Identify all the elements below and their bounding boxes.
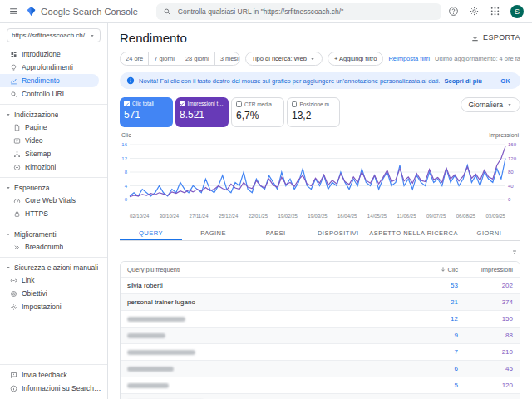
reset-filters-link[interactable]: Reimposta filtri [388,55,430,62]
sidebar-item-video[interactable]: Video [0,134,107,147]
tab-giorni[interactable]: GIORNI [458,225,520,240]
date-range-chip-7-giorni[interactable]: 7 giorni [148,52,180,65]
sidebar-item-pagine[interactable]: Pagine [0,121,107,134]
table-header: Query più frequenti Clic Impressioni [121,262,520,277]
tab-pagine[interactable]: PAGINE [182,225,244,240]
metric-checkbox-ctr[interactable] [236,101,242,107]
date-range-chip-24-ore[interactable]: 24 ore [121,52,148,65]
tab-paesi[interactable]: PAESI [244,225,307,240]
search-type-label: Tipo di ricerca: Web [252,55,307,62]
sidebar-item-breadcrumb[interactable]: Breadcrumb [0,240,107,254]
metric-card-clicks[interactable]: Clic totali571 [120,97,173,127]
x-axis-label: 06/08/25 [456,214,475,219]
metric-card-impressions[interactable]: Impressioni totali8.521 [175,97,229,127]
insights-icon [10,64,17,71]
sidebar-item-rendimento[interactable]: Rendimento [0,74,99,87]
table-row[interactable]: silvia roberti53202 [121,277,520,293]
performance-chart[interactable]: 004048081201216016 [120,141,520,208]
sidebar-section-label: Esperienza [14,184,50,192]
redacted-query-text [127,383,169,388]
search-type-chip[interactable]: Tipo di ricerca: Web [245,52,323,66]
export-button[interactable]: ESPORTA [470,33,520,42]
table-row[interactable]: 495 [121,393,520,399]
table-toolbar [120,241,520,261]
settings-icon[interactable] [469,6,480,17]
sidebar-section-indicizzazione[interactable]: Indicizzazione [0,108,107,121]
sidebar-item-sitemap[interactable]: Sitemap [0,147,107,160]
tab-aspetto-nella-ricerca[interactable]: ASPETTO NELLA RICERCA [369,225,458,240]
sidebar-item-impostazioni[interactable]: Impostazioni [0,300,107,313]
add-filter-label: + Aggiungi filtro [334,55,377,62]
sidebar-item-link[interactable]: Link [0,273,107,287]
help-icon[interactable] [448,6,459,17]
chart-area: Clic Impressioni 004048081201216016 02/1… [120,132,520,219]
sidebar-item-label: Rendimento [22,76,60,85]
sidebar-section-label: Miglioramenti [14,230,57,239]
metric-checkbox-position[interactable] [292,101,297,107]
banner-ok-button[interactable]: OK [497,77,514,85]
dimension-tabs: QUERYPAGINEPAESIDISPOSITIVIASPETTO NELLA… [120,225,520,241]
metric-card-position[interactable]: Posizione media13,2 [287,97,340,127]
sidebar-item-approfondimenti[interactable]: Approfondimenti [0,61,107,74]
table-row[interactable]: 988 [121,327,520,343]
x-axis-label: 19/03/25 [308,214,327,219]
tab-query[interactable]: QUERY [120,225,182,240]
metric-label: Impressioni totali [187,101,224,106]
impressioni-line [130,146,505,197]
x-axis-label: 02/10/24 [130,214,149,219]
sidebar-item-label: Invia feedback [22,371,67,379]
sidebar-divider [0,224,107,224]
table-row[interactable]: 7210 [121,343,520,360]
sidebar-item-invia-feedback[interactable]: Invia feedback [0,368,107,382]
table-row[interactable]: 645 [121,360,520,377]
sidebar-section-esperienza[interactable]: Esperienza [0,181,107,194]
sidebar-item-label: Controllo URL [22,90,66,98]
clicks-value: 12 [410,315,458,323]
sidebar-divider [0,104,107,105]
sidebar-item-core-web-vitals[interactable]: Core Web Vitals [0,194,107,207]
menu-icon[interactable] [8,6,19,17]
metric-card-ctr[interactable]: CTR media6,7% [231,97,284,127]
metric-label: Clic totali [132,101,154,106]
learn-more-link[interactable]: Scopri di più [444,77,481,85]
sidebar-item-https[interactable]: HTTPS [0,207,107,220]
add-filter-chip[interactable]: + Aggiungi filtro [328,52,384,66]
target-icon [10,290,17,298]
table-row[interactable]: 5120 [121,377,520,393]
date-range-chip-3-mesi[interactable]: 3 mesi [214,52,240,65]
granularity-label: Giornaliera [468,101,503,109]
url-inspect-searchbar[interactable] [156,3,441,20]
column-header-impressions[interactable]: Impressioni [458,266,513,273]
sidebar-nav: IntroduzioneApprofondimentiRendimentoCon… [0,47,107,313]
granularity-dropdown[interactable]: Giornaliera [461,97,520,112]
apps-grid-icon[interactable] [490,6,500,17]
search-input[interactable] [176,7,435,17]
table-body: silvia roberti53202personal trainer luga… [121,277,520,399]
impressions-value: 210 [458,348,513,356]
date-range-chip-28-giorni[interactable]: 28 giorni [180,52,214,65]
sidebar-item-obiettivi[interactable]: Obiettivi [0,287,107,300]
clic-line [130,159,505,196]
sidebar-section-sicurezza-e-azioni-manuali[interactable]: Sicurezza e azioni manuali [0,261,107,273]
metric-value: 571 [124,109,169,121]
table-row[interactable]: 12150 [121,310,520,327]
column-header-clicks[interactable]: Clic [410,266,458,273]
metric-checkbox-impressions[interactable] [180,101,185,106]
tab-dispositivi[interactable]: DISPOSITIVI [307,225,369,240]
sort-descending-icon [440,266,446,273]
x-axis-label: 19/02/25 [278,214,297,219]
sidebar-item-informazioni-su-search-console[interactable]: Informazioni su Search Console [0,382,107,395]
avatar[interactable]: S [510,5,524,18]
column-header-query[interactable]: Query più frequenti [127,266,410,273]
sidebar-divider [0,177,107,178]
sidebar-item-rimozioni[interactable]: Rimozioni [0,160,107,174]
table-filter-button[interactable] [510,244,519,259]
x-axis-label: 22/01/25 [249,214,268,219]
property-selector[interactable]: https://srfitnesscoach.ch/ [7,28,101,42]
sidebar-item-introduzione[interactable]: Introduzione [0,47,107,61]
sidebar-item-controllo-url[interactable]: Controllo URL [0,87,107,101]
metric-checkbox-clicks[interactable] [124,101,130,106]
table-row[interactable]: personal trainer lugano21374 [121,293,520,310]
sidebar-section-miglioramenti[interactable]: Miglioramenti [0,228,107,240]
sidebar-item-label: Pagine [25,123,47,131]
